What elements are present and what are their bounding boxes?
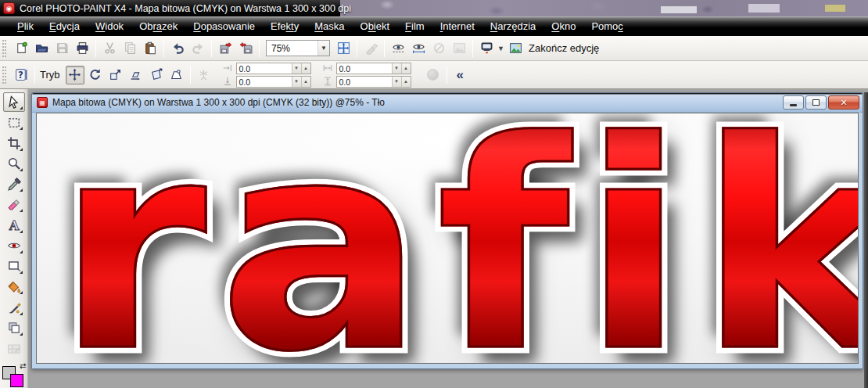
corel-photopaint-icon: ◉ (3, 2, 15, 14)
menu-item-okno[interactable]: Okno (546, 18, 581, 34)
toolbar-grip[interactable] (2, 40, 9, 57)
workspace: A⇄ ▦ Mapa bitowa (CMYK) on Warstwa 1 300… (0, 89, 868, 388)
mode-position-icon (68, 68, 81, 81)
text-fill-layer: rafik (56, 113, 859, 364)
menu-item-edycja[interactable]: Edycja (44, 18, 85, 34)
rectangle-tool[interactable] (3, 257, 25, 276)
height-value[interactable]: 0.0 (337, 77, 392, 87)
zoom-combo-arrow-icon[interactable]: ▼ (317, 41, 329, 56)
image-canvas[interactable]: rafik rafik rafik (36, 113, 859, 364)
new-button[interactable] (12, 39, 30, 58)
menu-item-internet[interactable]: Internet (435, 18, 480, 34)
mountains-icon (453, 41, 466, 55)
height-field[interactable]: 0.0 ▼ ▲ (336, 76, 411, 88)
swap-colors-icon[interactable]: ⇄ (20, 361, 26, 370)
menu-item-maska[interactable]: Maska (309, 18, 350, 34)
image-preview-button (450, 39, 468, 58)
open-folder-icon (35, 41, 48, 55)
mode-skew-icon (129, 68, 142, 81)
text-tool[interactable]: A (3, 215, 25, 235)
document-icon: ▦ (37, 97, 48, 108)
show-object-marquee-button[interactable] (409, 39, 428, 58)
paste-button[interactable] (141, 39, 160, 58)
menu-item-plik[interactable]: Plik (12, 18, 39, 34)
copy-icon (124, 41, 137, 55)
mode-perspective-button[interactable] (167, 66, 186, 84)
background-color-swatch[interactable] (10, 374, 23, 387)
print-button[interactable] (73, 39, 91, 58)
image-thumb-icon (509, 41, 522, 55)
eyedropper-tool[interactable] (3, 174, 25, 194)
toolbox: A⇄ (0, 89, 28, 388)
mode-position-button[interactable] (66, 66, 84, 84)
rectangle-mask-tool[interactable] (3, 113, 25, 132)
image-slicing-tool (3, 339, 25, 358)
crop-tool[interactable] (3, 133, 25, 153)
cut-icon (103, 41, 117, 55)
red-eye-removal-tool[interactable] (3, 236, 25, 256)
no-symbol-icon (432, 41, 446, 55)
restore-button[interactable] (805, 95, 827, 110)
open-button[interactable] (32, 39, 51, 58)
menu-item-efekty[interactable]: Efekty (265, 18, 304, 34)
position-h-icon (222, 63, 235, 74)
spin-down[interactable]: ▼ (392, 63, 401, 74)
anchor-point-button (195, 66, 213, 84)
close-button[interactable]: ✕ (828, 95, 859, 110)
mode-rotate-button[interactable] (86, 66, 105, 84)
menu-item-film[interactable]: Film (400, 18, 430, 34)
zoom-to-fit-button[interactable] (334, 39, 353, 58)
mode-scale-button[interactable] (106, 66, 125, 84)
spin-down[interactable]: ▼ (392, 77, 401, 87)
eraser-tool[interactable] (3, 195, 25, 214)
pick-tool[interactable] (3, 92, 25, 112)
zoom-tool[interactable] (3, 154, 25, 174)
finish-editing-button[interactable] (506, 39, 525, 58)
position-x-field[interactable]: 0.0 ▼ ▲ (236, 63, 311, 74)
document-titlebar[interactable]: ▦ Mapa bitowa (CMYK) on Warstwa 1 300 x … (32, 93, 863, 113)
mode-distort-button[interactable] (147, 66, 166, 84)
paint-tool[interactable] (3, 297, 25, 317)
zoom-level-combo[interactable]: 75%▼ (266, 40, 330, 56)
minimize-button[interactable] (783, 95, 804, 110)
dropdown-arrow-icon[interactable]: ▼ (497, 39, 505, 58)
menu-item-pomoc[interactable]: Pomoc (586, 18, 628, 34)
import-button[interactable] (216, 39, 235, 58)
separator (211, 40, 212, 57)
separator (357, 40, 357, 57)
fullscreen-preview-button[interactable] (477, 39, 496, 58)
fill-tool[interactable] (3, 277, 25, 296)
mode-label: Tryb (40, 69, 60, 81)
position-y-field[interactable]: 0.0 ▼ ▲ (236, 76, 311, 88)
mask-marquee-icon (392, 41, 405, 55)
spin-up[interactable]: ▲ (301, 63, 310, 74)
menu-item-obiekt[interactable]: Obiekt (355, 18, 396, 34)
menu-item-dopasowanie[interactable]: Dopasowanie (188, 18, 260, 34)
object-transparency-tool[interactable] (3, 318, 25, 338)
spin-up[interactable]: ▲ (401, 77, 411, 87)
collapse-chevrons-icon[interactable]: « (450, 67, 470, 83)
property-bar-grip[interactable] (2, 66, 9, 84)
spin-down[interactable]: ▼ (292, 77, 301, 87)
width-field[interactable]: 0.0 ▼ ▲ (336, 63, 411, 74)
app-titlebar[interactable]: ◉ Corel PHOTO-PAINT X4 - Mapa bitowa (CM… (0, 0, 868, 16)
spin-up[interactable]: ▲ (301, 77, 310, 87)
menu-item-narzdzia[interactable]: Narzędzia (485, 18, 542, 34)
document-title: Mapa bitowa (CMYK) on Warstwa 1 300 x 30… (52, 97, 781, 108)
menu-item-widok[interactable]: Widok (90, 18, 129, 34)
svg-text:A: A (8, 218, 19, 232)
menu-item-obrazek[interactable]: Obrazek (134, 18, 183, 34)
clone-button (361, 39, 380, 58)
mode-distort-icon (149, 68, 163, 81)
width-value[interactable]: 0.0 (337, 63, 392, 74)
spin-up[interactable]: ▲ (401, 63, 411, 74)
export-button[interactable] (236, 39, 255, 58)
position-x-value[interactable]: 0.0 (237, 63, 292, 74)
spin-down[interactable]: ▼ (292, 63, 301, 74)
undo-button[interactable] (168, 39, 187, 58)
apply-button (427, 69, 439, 81)
show-mask-marquee-button[interactable] (389, 39, 407, 58)
help-button[interactable]: ? (12, 66, 30, 84)
position-y-value[interactable]: 0.0 (237, 77, 292, 87)
mode-skew-button[interactable] (127, 66, 145, 84)
